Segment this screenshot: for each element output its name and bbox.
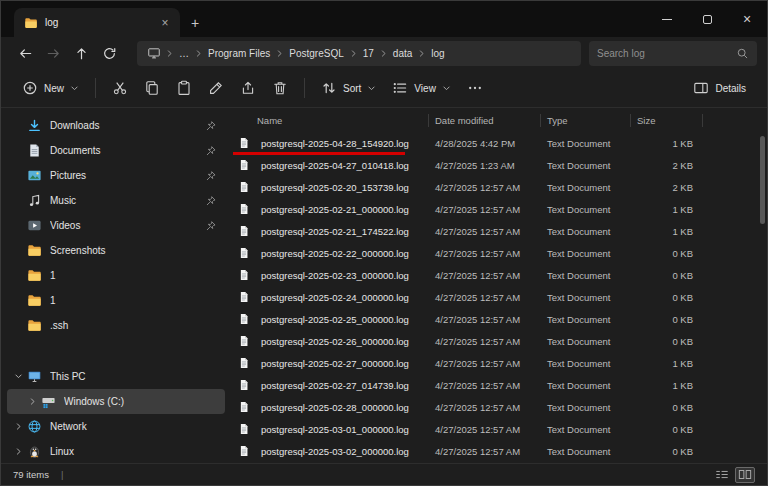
minimize-button[interactable] [647,1,687,37]
sidebar-item-pictures[interactable]: Pictures [7,163,225,188]
file-size: 2 KB [631,160,703,171]
sidebar-item-network[interactable]: Network [7,414,225,439]
tab-log[interactable]: log × [14,8,180,37]
file-name: postgresql-2025-02-26_000000.log [255,336,429,347]
sidebar-chevron-icon[interactable] [11,447,25,456]
thumbnail-view-toggle[interactable] [735,467,755,483]
file-row[interactable]: postgresql-2025-02-21_174522.log 4/27/20… [233,220,767,242]
breadcrumb-ellipsis[interactable]: … [174,48,194,59]
annotation-underline [233,152,405,155]
file-row[interactable]: postgresql-2025-02-28_000000.log 4/27/20… [233,396,767,418]
breadcrumb-item-postgresql[interactable]: PostgreSQL [284,48,348,59]
sidebar-item-documents[interactable]: Documents [7,138,225,163]
sidebar-chevron-icon[interactable] [11,372,25,381]
maximize-button[interactable] [687,1,727,37]
breadcrumb-item-17[interactable]: 17 [358,48,379,59]
column-header-name[interactable]: Name [233,114,429,127]
close-button[interactable]: × [727,1,767,37]
file-row[interactable]: postgresql-2025-02-27_000000.log 4/27/20… [233,352,767,374]
sidebar-chevron-icon[interactable] [11,296,25,305]
chevron-right-icon[interactable] [379,49,388,58]
breadcrumb-item-program-files[interactable]: Program Files [203,48,275,59]
chevron-right-icon[interactable] [165,49,174,58]
file-row[interactable]: postgresql-2025-02-21_000000.log 4/27/20… [233,198,767,220]
file-name: postgresql-2025-02-27_014739.log [255,380,429,391]
sidebar-item-music[interactable]: Music [7,188,225,213]
status-divider: | [61,469,63,480]
copy-button[interactable] [137,75,167,101]
sidebar-item-linux[interactable]: Linux [7,439,225,463]
paste-button[interactable] [169,75,199,101]
file-row[interactable]: postgresql-2025-04-28_154920.log 4/28/20… [233,132,767,154]
sidebar: Downloads Documents Pictures Music Video… [1,109,229,463]
sort-button[interactable]: Sort [314,75,383,101]
delete-button[interactable] [265,75,295,101]
sidebar-item-videos[interactable]: Videos [7,213,225,238]
cut-button[interactable] [105,75,135,101]
breadcrumb-item-log[interactable]: log [426,48,449,59]
up-button[interactable] [67,40,95,66]
chevron-right-icon[interactable] [194,49,203,58]
file-name: postgresql-2025-03-02_000000.log [255,446,429,457]
file-name: postgresql-2025-02-23_000000.log [255,270,429,281]
chevron-right-icon[interactable] [417,49,426,58]
sidebar-item-windows-c[interactable]: Windows (C:) [7,389,225,414]
file-row[interactable]: postgresql-2025-03-01_000000.log 4/27/20… [233,418,767,440]
sidebar-item-this-pc[interactable]: This PC [7,364,225,389]
file-row[interactable]: postgresql-2025-02-23_000000.log 4/27/20… [233,264,767,286]
sidebar-chevron-icon[interactable] [11,271,25,280]
tab-close-icon[interactable]: × [156,14,174,32]
sidebar-chevron-icon[interactable] [11,121,25,130]
clipboard-icon [176,80,192,96]
refresh-button[interactable] [95,40,123,66]
sidebar-item-label: 1 [50,270,217,281]
search-input[interactable] [597,48,730,59]
vertical-scrollbar[interactable] [759,134,766,459]
details-pane-button[interactable]: Details [686,75,753,101]
chevron-right-icon[interactable] [349,49,358,58]
sidebar-chevron-icon[interactable] [11,146,25,155]
details-button-label: Details [715,83,746,94]
file-type: Text Document [541,226,631,237]
more-options-button[interactable] [460,75,490,101]
file-row[interactable]: postgresql-2025-02-27_014739.log 4/27/20… [233,374,767,396]
column-header-size[interactable]: Size [631,114,703,127]
details-view-toggle[interactable] [712,467,732,483]
back-button[interactable] [11,40,39,66]
monitor-icon[interactable] [147,46,161,60]
scrollbar-thumb[interactable] [760,136,765,224]
search-icon [736,47,749,60]
file-row[interactable]: postgresql-2025-03-02_000000.log 4/27/20… [233,440,767,462]
file-row[interactable]: postgresql-2025-02-24_000000.log 4/27/20… [233,286,767,308]
file-row[interactable]: postgresql-2025-02-20_153739.log 4/27/20… [233,176,767,198]
column-header-type[interactable]: Type [541,114,631,127]
file-row[interactable]: postgresql-2025-02-25_000000.log 4/27/20… [233,308,767,330]
sidebar-item-downloads[interactable]: Downloads [7,113,225,138]
rename-button[interactable] [201,75,231,101]
file-row[interactable]: postgresql-2025-02-26_000000.log 4/27/20… [233,330,767,352]
sidebar-chevron-icon[interactable] [11,321,25,330]
sidebar-item-1[interactable]: 1 [7,263,225,288]
sidebar-chevron-icon[interactable] [25,397,39,406]
column-header-date-modified[interactable]: Date modified [429,114,541,127]
sidebar-chevron-icon[interactable] [11,221,25,230]
sidebar-item-ssh[interactable]: .ssh [7,313,225,338]
forward-button[interactable] [39,40,67,66]
share-button[interactable] [233,75,263,101]
trash-icon [272,80,288,96]
up-icon [74,46,89,61]
sidebar-chevron-icon[interactable] [11,246,25,255]
breadcrumb-item-data[interactable]: data [388,48,417,59]
text-document-icon [238,202,250,216]
sidebar-item-1[interactable]: 1 [7,288,225,313]
new-tab-button[interactable]: + [180,8,210,37]
sidebar-item-screenshots[interactable]: Screenshots [7,238,225,263]
sidebar-chevron-icon[interactable] [11,196,25,205]
new-button[interactable]: New [15,75,86,101]
file-row[interactable]: postgresql-2025-02-22_000000.log 4/27/20… [233,242,767,264]
sidebar-chevron-icon[interactable] [11,171,25,180]
view-button[interactable]: View [385,75,458,101]
sidebar-chevron-icon[interactable] [11,422,25,431]
file-row[interactable]: postgresql-2025-04-27_010418.log 4/27/20… [233,154,767,176]
chevron-right-icon[interactable] [275,49,284,58]
